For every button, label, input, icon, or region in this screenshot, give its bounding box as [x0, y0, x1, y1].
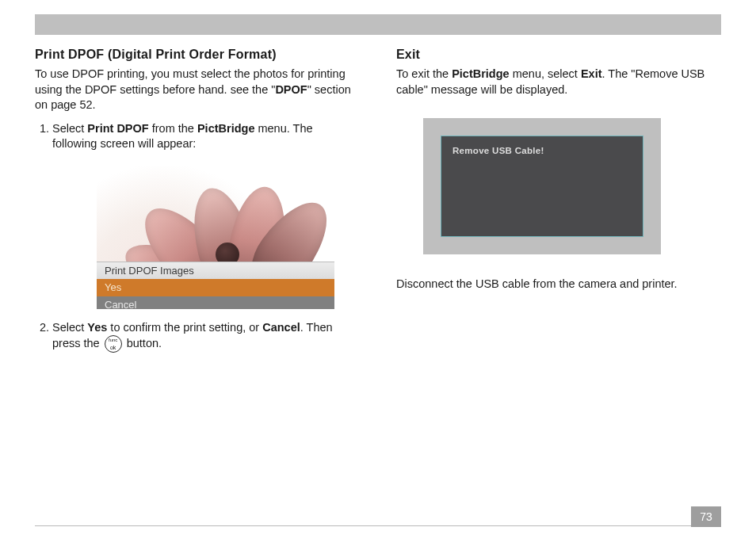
func-ok-button-icon: [105, 335, 122, 353]
text-bold: PictBridge: [197, 122, 255, 135]
exit-outro: Disconnect the USB cable from the camera…: [396, 277, 721, 292]
right-column: Exit To exit the PictBridge menu, select…: [396, 48, 721, 359]
menu-item-cancel: Cancel: [97, 296, 334, 309]
step-2: Select Yes to confirm the print setting,…: [52, 320, 360, 353]
text: to confirm the print setting, or: [107, 321, 262, 334]
text: menu, select: [510, 67, 581, 80]
header-bar: [35, 14, 721, 35]
text-bold: Print DPOF: [87, 122, 148, 135]
dpof-menu: Print DPOF Images Yes Cancel: [97, 262, 334, 309]
text: To exit the: [396, 67, 452, 80]
exit-screen-inner: Remove USB Cable!: [441, 136, 643, 237]
page-number: 73: [691, 506, 721, 527]
text: button.: [124, 337, 162, 349]
text: Select: [52, 122, 87, 135]
manual-page: Print DPOF (Digital Print Order Format) …: [0, 0, 756, 550]
menu-item-yes: Yes: [97, 279, 334, 296]
dpof-intro: To use DPOF printing, you must select th…: [35, 67, 360, 113]
step-1: Select Print DPOF from the PictBridge me…: [52, 121, 360, 309]
text-bold: Cancel: [262, 321, 300, 334]
page-footer: 73: [35, 525, 721, 526]
remove-usb-message: Remove USB Cable!: [452, 146, 632, 155]
text-bold: PictBridge: [452, 67, 510, 80]
heading-exit: Exit: [396, 48, 721, 62]
dpof-steps: Select Print DPOF from the PictBridge me…: [35, 121, 360, 353]
heading-print-dpof: Print DPOF (Digital Print Order Format): [35, 48, 360, 62]
text: from the: [149, 122, 197, 135]
text-bold: DPOF: [275, 83, 307, 96]
flower-photo: [97, 166, 334, 262]
dpof-screenshot: Print DPOF Images Yes Cancel: [97, 166, 334, 309]
two-column-layout: Print DPOF (Digital Print Order Format) …: [35, 48, 721, 359]
text-bold: Exit: [581, 67, 602, 80]
text: Select: [52, 321, 87, 334]
text-bold: Yes: [87, 321, 107, 334]
menu-title: Print DPOF Images: [97, 262, 334, 280]
exit-screenshot: Remove USB Cable!: [423, 118, 661, 254]
exit-intro: To exit the PictBridge menu, select Exit…: [396, 67, 721, 97]
left-column: Print DPOF (Digital Print Order Format) …: [35, 48, 360, 359]
